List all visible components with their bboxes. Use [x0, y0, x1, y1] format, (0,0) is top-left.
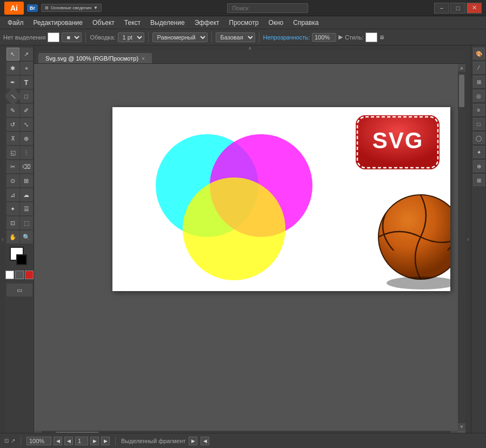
zoom-section: ◀ ◀ ▶ ▶ [26, 437, 110, 445]
menu-effect[interactable]: Эффект [190, 18, 224, 28]
small-swatches [5, 271, 34, 279]
tool-row-3: ✒ T [6, 76, 33, 89]
transform-panel-btn[interactable]: □ [473, 118, 485, 130]
status-icon-2: ↗ [11, 438, 15, 444]
menu-window[interactable]: Окно [264, 18, 288, 28]
color-panel-btn[interactable]: 🎨 [473, 48, 485, 60]
warp-tool[interactable]: ⊼ [6, 132, 19, 145]
page-input[interactable] [75, 437, 88, 445]
symbols-panel-btn[interactable]: ✦ [473, 146, 485, 158]
bridge-button[interactable]: Br [27, 4, 38, 12]
title-bar-left: Ai Br ⊞ Основные сведения ▼ [4, 2, 102, 15]
app-logo: Ai [4, 2, 24, 15]
hand-tool[interactable]: ✋ [6, 230, 19, 243]
workspace-label: Основные сведения [51, 5, 91, 10]
rotate-tool[interactable]: ↺ [6, 118, 19, 131]
live-paint-tool[interactable]: ☁ [20, 188, 33, 201]
style-label: Стиль: [345, 34, 363, 41]
black-swatch[interactable] [15, 271, 24, 279]
fill-swatch[interactable] [48, 32, 59, 42]
menu-file[interactable]: Файл [3, 18, 28, 28]
red-swatch[interactable] [25, 271, 34, 279]
h-scroll-thumb[interactable] [56, 432, 99, 433]
menu-help[interactable]: Справка [289, 18, 323, 28]
brush-tool[interactable]: ✎ [6, 104, 19, 117]
white-swatch[interactable] [5, 271, 14, 279]
tab-close-button[interactable]: × [142, 56, 145, 62]
zoom-input[interactable] [26, 437, 51, 445]
blend-tool[interactable]: ⋮ [20, 146, 33, 159]
tool-row-9: ✂ ⌫ [6, 160, 33, 173]
document-tab[interactable]: Svg.svg @ 100% (RGB/Просмотр) × [38, 53, 152, 63]
stroke-line-select[interactable]: Базовая [216, 32, 255, 42]
canvas-area: ∧ Svg.svg @ 100% (RGB/Просмотр) × [34, 45, 465, 433]
screen-mode-tool[interactable]: ▭ [6, 284, 32, 297]
perspective-tool[interactable]: ◱ [6, 146, 19, 159]
free-distort-tool[interactable]: ⊕ [20, 132, 33, 145]
status-icon-1: ⊡ [4, 438, 9, 444]
mesh-tool[interactable]: ⊞ [20, 174, 33, 187]
shape-builder-tool[interactable]: ⊿ [6, 188, 19, 201]
zoom-tool[interactable]: 🔍 [20, 230, 33, 243]
appearance-panel-btn[interactable]: ◎ [473, 90, 485, 102]
stroke-type-select[interactable]: Равномерный [152, 32, 208, 42]
pencil-tool[interactable]: ✐ [20, 104, 33, 117]
toolbar: Нет выделения ■ Обводка: 1 pt Равномерны… [0, 29, 486, 45]
artboard-expand-btn[interactable]: ◀ [201, 437, 209, 445]
top-collapse-handle[interactable]: ∧ [34, 45, 465, 51]
v-scroll-thumb[interactable] [459, 75, 464, 107]
close-button[interactable]: ✕ [467, 3, 482, 14]
maximize-button[interactable]: □ [450, 3, 465, 14]
menu-object[interactable]: Объект [88, 18, 119, 28]
slice-tool[interactable]: ⊡ [6, 216, 19, 229]
line-tool[interactable]: | [5, 87, 22, 106]
left-collapse-handle[interactable]: ‹ [0, 45, 5, 433]
zoom-down-btn[interactable]: ◀ [54, 437, 62, 445]
menu-select[interactable]: Выделение [146, 18, 189, 28]
stroke-width-select[interactable]: 1 pt [118, 32, 144, 42]
menu-edit[interactable]: Редактирование [29, 18, 87, 28]
toolbar-separator-1 [85, 32, 86, 43]
background-color-swatch[interactable] [16, 254, 27, 265]
layers-panel-btn[interactable]: ⊞ [473, 76, 485, 88]
zoom-prev-btn[interactable]: ◀ [64, 437, 73, 445]
workspace-selector[interactable]: ⊞ Основные сведения ▼ [41, 4, 102, 12]
type-tool[interactable]: T [20, 76, 33, 89]
right-collapse-handle[interactable]: › [465, 45, 471, 433]
gradient-tool[interactable]: ⊙ [6, 174, 19, 187]
scissors-tool[interactable]: ✂ [6, 160, 19, 173]
menu-view[interactable]: Просмотр [225, 18, 263, 28]
horizontal-scrollbar[interactable]: ◀ ▶ [34, 431, 458, 433]
main-layout: ‹ ↖ ↗ ✱ ⌖ ✒ T | □ ✎ ✐ ↺ ⤡ ⊼ ⊕ [0, 45, 486, 433]
tool-extra: ▭ [6, 284, 32, 297]
selection-tool[interactable]: ↖ [6, 48, 19, 61]
lasso-tool[interactable]: ⌖ [20, 62, 33, 75]
tool-row-2: ✱ ⌖ [6, 62, 33, 75]
options-icon[interactable]: ≡ [380, 33, 384, 42]
direct-selection-tool[interactable]: ↗ [20, 48, 33, 61]
magic-wand-tool[interactable]: ✱ [6, 62, 19, 75]
swatches-panel-btn[interactable]: ⊞ [473, 174, 485, 186]
search-input[interactable] [227, 3, 308, 13]
scale-tool[interactable]: ⤡ [20, 118, 33, 131]
brushes-panel-btn[interactable]: ⊕ [473, 160, 485, 172]
workspace-icon: ⊞ [45, 5, 49, 10]
status-bar: ⊡ ↗ ◀ ◀ ▶ ▶ Выделенный фрагмент ▶ ◀ [0, 433, 486, 448]
eraser-tool[interactable]: ⌫ [20, 160, 33, 173]
menu-text[interactable]: Текст [120, 18, 145, 28]
artboard-tool[interactable]: ⬚ [20, 216, 33, 229]
minimize-button[interactable]: − [434, 3, 449, 14]
vertical-scrollbar[interactable]: ▲ ▼ [458, 64, 465, 431]
artboard-right-btn[interactable]: ▶ [189, 437, 197, 445]
symbol-tool[interactable]: ✦ [6, 202, 19, 215]
canvas-viewport[interactable]: SVG [34, 64, 465, 433]
fill-type-select[interactable]: ■ [62, 32, 82, 42]
stroke-panel-btn[interactable]: ∕ [473, 62, 485, 74]
style-swatch[interactable] [365, 32, 377, 42]
align-panel-btn[interactable]: ≡ [473, 104, 485, 116]
zoom-next-btn[interactable]: ▶ [90, 437, 99, 445]
column-graph-tool[interactable]: ☰ [20, 202, 33, 215]
opacity-input[interactable] [312, 33, 336, 42]
zoom-up-btn[interactable]: ▶ [101, 437, 110, 445]
pathfinder-panel-btn[interactable]: ◯ [473, 132, 485, 144]
